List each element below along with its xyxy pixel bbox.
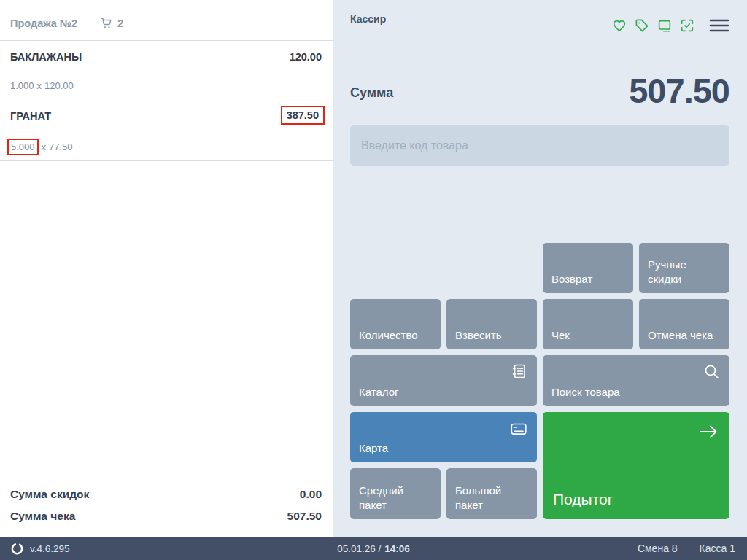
shift-label: Смена 8 bbox=[638, 542, 678, 554]
button-label: Ручные скидки bbox=[648, 257, 721, 286]
button-label: Отмена чека bbox=[648, 328, 713, 343]
receipt-total-label: Сумма чека bbox=[10, 510, 75, 523]
cart-count: 2 bbox=[117, 17, 123, 29]
sale-title: Продажа №2 bbox=[10, 18, 77, 29]
item-qty: 1.000 bbox=[10, 80, 34, 91]
sum-value: 507.50 bbox=[629, 74, 729, 108]
card-icon bbox=[509, 419, 528, 438]
button-label: Каталог bbox=[359, 385, 399, 400]
product-code-input[interactable] bbox=[350, 125, 729, 166]
item-name: БАКЛАЖАНЫ bbox=[10, 51, 82, 63]
weigh-button[interactable]: Взвесить bbox=[446, 299, 537, 349]
cart-icon bbox=[99, 16, 113, 30]
cancel-check-button[interactable]: Отмена чека bbox=[639, 299, 729, 349]
product-search-button[interactable]: Поиск товара bbox=[543, 355, 729, 406]
item-qty-highlighted: 5.000 bbox=[7, 139, 39, 155]
catalog-button[interactable]: Каталог bbox=[350, 355, 537, 406]
datetime-block: 05.01.26 / 14:06 bbox=[337, 543, 410, 554]
button-label: Чек bbox=[551, 328, 570, 343]
monitor-icon[interactable] bbox=[657, 18, 673, 34]
button-label: Средний пакет bbox=[359, 483, 432, 512]
scan-check-icon[interactable] bbox=[679, 18, 695, 34]
action-panel: Кассир С bbox=[333, 0, 747, 537]
app-logo-icon bbox=[10, 542, 24, 556]
receipt-panel: Продажа №2 2 БАКЛАЖАНЫ 120.00 1.000x120.… bbox=[0, 0, 333, 537]
card-button[interactable]: Карта bbox=[350, 412, 537, 462]
time-label: 14:06 bbox=[384, 543, 410, 554]
shift-register-block: Смена 8 Касса 1 bbox=[638, 542, 735, 554]
catalog-icon bbox=[511, 362, 528, 380]
item-unit-price: 120.00 bbox=[44, 80, 74, 91]
button-label: Подытог bbox=[553, 489, 613, 509]
quantity-button[interactable]: Количество bbox=[350, 299, 441, 349]
divider bbox=[0, 160, 333, 161]
button-label: Взвесить bbox=[455, 328, 502, 343]
discount-total-label: Сумма скидок bbox=[10, 488, 89, 501]
subtotal-button[interactable]: Подытог bbox=[543, 412, 729, 519]
item-total: 120.00 bbox=[290, 51, 322, 63]
date-label: 05.01.26 / bbox=[337, 543, 381, 554]
button-label: Количество bbox=[359, 328, 418, 343]
item-name: ГРАНАТ bbox=[10, 110, 51, 122]
cart-indicator: 2 bbox=[99, 16, 123, 30]
discount-total-row: Сумма скидок 0.00 bbox=[10, 488, 322, 501]
divider bbox=[0, 40, 333, 41]
receipt-total-value: 507.50 bbox=[287, 510, 322, 523]
multiply-sign: x bbox=[37, 80, 42, 91]
large-bag-button[interactable]: Большой пакет bbox=[446, 468, 537, 519]
sale-header: Продажа №2 2 bbox=[10, 16, 123, 30]
item-total-highlighted: 387.50 bbox=[281, 106, 325, 125]
version-block: v.4.6.295 bbox=[10, 542, 70, 556]
cashier-label: Кассир bbox=[350, 13, 386, 25]
item-qty-line: 5.000x77.50 bbox=[10, 139, 73, 155]
button-label: Карта bbox=[359, 441, 388, 456]
item-qty-line: 1.000x120.00 bbox=[10, 80, 74, 91]
medium-bag-button[interactable]: Средний пакет bbox=[350, 468, 441, 519]
multiply-sign: x bbox=[42, 141, 47, 152]
menu-icon[interactable] bbox=[709, 18, 729, 33]
manual-discounts-button[interactable]: Ручные скидки bbox=[639, 243, 729, 293]
receipt-total-row: Сумма чека 507.50 bbox=[10, 510, 322, 523]
divider bbox=[0, 101, 333, 101]
arrow-right-icon bbox=[697, 422, 719, 441]
status-bar: v.4.6.295 05.01.26 / 14:06 Смена 8 Касса… bbox=[0, 537, 747, 560]
tag-icon[interactable] bbox=[634, 18, 650, 34]
button-label: Большой пакет bbox=[455, 483, 528, 512]
button-label: Возврат bbox=[551, 272, 592, 287]
pos-app: Продажа №2 2 БАКЛАЖАНЫ 120.00 1.000x120.… bbox=[0, 0, 747, 560]
register-label: Касса 1 bbox=[700, 542, 735, 554]
return-button[interactable]: Возврат bbox=[543, 243, 633, 293]
sum-label: Сумма bbox=[350, 85, 393, 108]
item-unit-price: 77.50 bbox=[49, 141, 73, 152]
heart-icon[interactable] bbox=[611, 18, 627, 34]
version-label: v.4.6.295 bbox=[30, 543, 70, 554]
sum-row: Сумма 507.50 bbox=[350, 63, 729, 108]
highlight-box: 387.50 bbox=[281, 106, 325, 125]
search-icon bbox=[703, 362, 721, 381]
top-icon-bar bbox=[611, 18, 729, 34]
check-button[interactable]: Чек bbox=[543, 299, 633, 349]
button-label: Поиск товара bbox=[551, 385, 620, 400]
discount-total-value: 0.00 bbox=[300, 488, 322, 501]
